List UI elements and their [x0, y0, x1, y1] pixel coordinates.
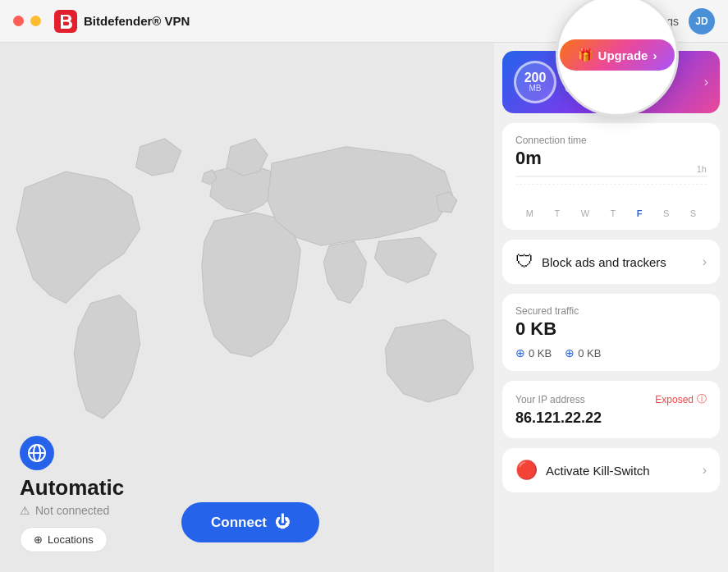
connection-time-value: 0m: [515, 148, 707, 169]
block-ads-icon: 🛡: [515, 251, 533, 272]
connect-button[interactable]: Connect ⏻: [181, 502, 319, 542]
titlebar: Bitdefender® VPN ttings JD 🎁 Upgrade ›: [0, 0, 728, 43]
day-S2: S: [690, 208, 696, 218]
ip-label: Your IP address: [515, 394, 585, 405]
upgrade-circle-arrow: ›: [652, 48, 657, 62]
map-area: Automatic ⚠ Not connected ⊕ Locations Co…: [0, 43, 494, 572]
data-circle: 200 MB: [514, 61, 556, 103]
app-title: Bitdefender® VPN: [84, 14, 190, 28]
power-icon: ⏻: [275, 514, 290, 531]
time-bar: [515, 176, 707, 177]
bitdefender-logo-icon: [54, 10, 77, 33]
window-controls: [13, 16, 41, 26]
download-value: 0 KB: [529, 347, 552, 359]
connection-time-label: Connection time: [515, 135, 707, 146]
close-dot[interactable]: [13, 16, 24, 26]
upgrade-circle-label: Upgrade: [598, 48, 648, 62]
upgrade-overlay: 🎁 Upgrade ›: [556, 0, 679, 117]
info-icon: ⓘ: [697, 392, 707, 406]
day-M: M: [526, 208, 533, 218]
data-unit: MB: [529, 85, 542, 93]
data-amount: 200: [524, 71, 547, 85]
locations-icon: ⊕: [34, 533, 43, 546]
exposed-label: Exposed: [655, 394, 694, 405]
traffic-upload: ⊕ 0 KB: [565, 346, 601, 359]
connect-label: Connect: [211, 515, 267, 531]
day-labels: M T W T F S S: [515, 208, 707, 218]
secured-traffic-card: Secured traffic 0 KB ⊕ 0 KB ⊕ 0 KB: [502, 294, 720, 371]
location-name: Automatic: [20, 475, 124, 501]
block-ads-arrow: ›: [703, 254, 707, 269]
right-panel: 200 MB Premium Get unlimited... › Connec…: [494, 43, 728, 572]
day-T2: T: [611, 208, 616, 218]
gift-icon: 🎁: [578, 48, 593, 62]
traffic-download: ⊕ 0 KB: [515, 346, 552, 359]
upload-value: 0 KB: [578, 347, 601, 359]
day-T1: T: [554, 208, 560, 218]
upgrade-circle: 🎁 Upgrade ›: [556, 0, 679, 117]
download-icon: ⊕: [515, 346, 525, 359]
day-S1: S: [663, 208, 669, 218]
traffic-details: ⊕ 0 KB ⊕ 0 KB: [515, 346, 707, 359]
block-ads-card[interactable]: 🛡 Block ads and trackers ›: [502, 240, 720, 284]
ip-value: 86.121.22.22: [515, 410, 707, 427]
secured-traffic-label: Secured traffic: [515, 305, 707, 317]
kill-switch-icon: 🔴: [515, 460, 538, 481]
day-W: W: [581, 208, 589, 218]
minimize-dot[interactable]: [30, 16, 41, 26]
kill-switch-text: Activate Kill-Switch: [546, 464, 694, 478]
not-connected-status: ⚠ Not connected: [20, 504, 124, 517]
upgrade-circle-button[interactable]: 🎁 Upgrade ›: [560, 39, 675, 71]
location-icon: [20, 436, 54, 470]
app-logo: Bitdefender® VPN: [54, 10, 190, 33]
day-F: F: [637, 208, 643, 218]
secured-traffic-value: 0 KB: [515, 318, 707, 340]
ip-exposed-badge: Exposed ⓘ: [655, 392, 707, 406]
connect-button-wrap: Connect ⏻: [181, 502, 319, 542]
locations-label: Locations: [48, 533, 94, 546]
upload-icon: ⊕: [565, 346, 575, 359]
kill-switch-card[interactable]: 🔴 Activate Kill-Switch ›: [502, 448, 720, 492]
locations-button[interactable]: ⊕ Locations: [20, 527, 108, 552]
globe-icon: [27, 443, 47, 463]
ip-header: Your IP address Exposed ⓘ: [515, 392, 707, 406]
bottom-left-info: Automatic ⚠ Not connected ⊕ Locations: [20, 436, 124, 552]
block-ads-text: Block ads and trackers: [542, 255, 694, 269]
main-content: Automatic ⚠ Not connected ⊕ Locations Co…: [0, 43, 728, 572]
ip-address-card: Your IP address Exposed ⓘ 86.121.22.22: [502, 381, 720, 438]
connection-time-card: Connection time 0m M T W T F S S: [502, 123, 720, 230]
kill-switch-arrow: ›: [703, 463, 707, 478]
banner-arrow: ›: [704, 75, 708, 89]
not-connected-icon: ⚠: [20, 504, 30, 517]
not-connected-label: Not connected: [35, 504, 109, 517]
avatar[interactable]: JD: [689, 8, 715, 34]
